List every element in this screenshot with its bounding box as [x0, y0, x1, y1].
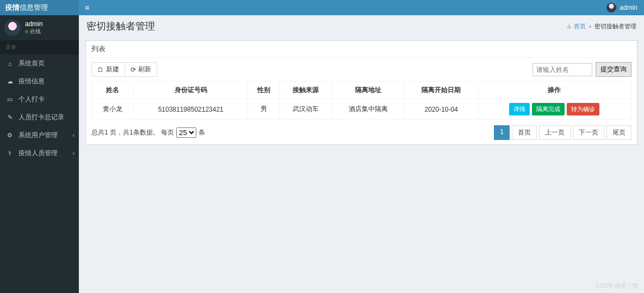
- refresh-icon: ⟳: [131, 66, 136, 74]
- nav-icon: ✎: [5, 114, 14, 121]
- nav-icon: ☁: [5, 78, 14, 85]
- user-name: admin: [25, 20, 43, 28]
- sidebar: admin 在线 菜单 ⌂系统首页☁疫情信息▭个人打卡✎人员打卡总记录⚙系统用户…: [0, 15, 79, 293]
- nav-label: 疫情信息: [18, 77, 45, 86]
- nav-label: 个人打卡: [18, 95, 45, 104]
- col-header: 隔离开始日期: [405, 82, 478, 99]
- nav-icon: ⚙: [5, 132, 14, 139]
- menu-header: 菜单: [0, 40, 79, 54]
- nav-label: 系统用户管理: [18, 131, 58, 140]
- list-box: 列表 🗋新建 ⟳刷新 提交查询 姓名身份证号码性别接触来: [85, 40, 637, 145]
- col-header: 隔离地址: [332, 82, 405, 99]
- chevron-left-icon: ‹: [73, 150, 75, 156]
- user-panel: admin 在线: [0, 15, 79, 40]
- page-next[interactable]: 下一页: [573, 125, 604, 140]
- new-button[interactable]: 🗋新建: [91, 62, 125, 77]
- top-user-menu[interactable]: admin: [606, 3, 644, 13]
- nav-icon: ▭: [5, 96, 14, 103]
- refresh-button[interactable]: ⟳刷新: [125, 62, 157, 77]
- box-title: 列表: [86, 41, 637, 58]
- file-icon: 🗋: [97, 66, 104, 74]
- nav-item-1[interactable]: ☁疫情信息: [0, 72, 79, 90]
- col-header: 操作: [478, 82, 631, 99]
- col-header: 身份证号码: [134, 82, 248, 99]
- page-current[interactable]: 1: [494, 125, 510, 140]
- page-size-select[interactable]: 25: [176, 127, 196, 138]
- avatar-icon: [4, 20, 21, 36]
- search-submit-button[interactable]: 提交查询: [596, 62, 631, 77]
- chevron-left-icon: ‹: [73, 132, 75, 138]
- nav-label: 疫情人员管理: [18, 149, 58, 158]
- nav-item-3[interactable]: ✎人员打卡总记录: [0, 108, 79, 126]
- nav: ⌂系统首页☁疫情信息▭个人打卡✎人员打卡总记录⚙系统用户管理‹⚕疫情人员管理‹: [0, 54, 79, 162]
- nav-item-5[interactable]: ⚕疫情人员管理‹: [0, 144, 79, 162]
- page-header: 密切接触者管理 ⌂ 首页 › 密切接触者管理: [79, 15, 644, 37]
- nav-item-4[interactable]: ⚙系统用户管理‹: [0, 126, 79, 144]
- topbar: 疫情信息管理 ≡ admin: [0, 0, 644, 15]
- home-icon: ⌂: [567, 23, 571, 29]
- user-status: 在线: [25, 28, 43, 35]
- nav-item-0[interactable]: ⌂系统首页: [0, 54, 79, 72]
- pager: 总共1 页，共1条数据。 每页 25 条 1 首页 上一页 下一页 尾页: [91, 125, 631, 140]
- page-title: 密切接触者管理: [86, 20, 155, 33]
- brand[interactable]: 疫情信息管理: [0, 0, 79, 15]
- col-header: 姓名: [92, 82, 134, 99]
- nav-icon: ⌂: [5, 60, 14, 67]
- page-prev[interactable]: 上一页: [539, 125, 571, 140]
- table-row: 黄小龙510381198502123421男武汉动车酒店集中隔离2020-10-…: [92, 99, 631, 120]
- watermark: CSDN @若→晗: [596, 282, 639, 290]
- toolbar: 🗋新建 ⟳刷新 提交查询: [91, 62, 631, 77]
- nav-label: 系统首页: [18, 59, 45, 68]
- data-table: 姓名身份证号码性别接触来源隔离地址隔离开始日期操作 黄小龙51038119850…: [91, 81, 631, 120]
- menu-toggle-icon[interactable]: ≡: [79, 3, 95, 12]
- col-header: 接触来源: [280, 82, 332, 99]
- nav-label: 人员打卡总记录: [18, 113, 64, 122]
- breadcrumb-current: 密切接触者管理: [595, 22, 636, 30]
- breadcrumb-home[interactable]: 首页: [574, 22, 586, 30]
- nav-icon: ⚕: [5, 150, 14, 157]
- complete-button[interactable]: 隔离完成: [532, 103, 565, 115]
- top-user-name: admin: [620, 4, 637, 11]
- nav-item-2[interactable]: ▭个人打卡: [0, 90, 79, 108]
- detail-button[interactable]: 详情: [509, 103, 530, 115]
- col-header: 性别: [248, 82, 280, 99]
- page-first[interactable]: 首页: [512, 125, 537, 140]
- search-input[interactable]: [532, 63, 592, 76]
- page-last[interactable]: 尾页: [606, 125, 631, 140]
- breadcrumb: ⌂ 首页 › 密切接触者管理: [567, 22, 636, 30]
- main: 密切接触者管理 ⌂ 首页 › 密切接触者管理 列表 🗋新建 ⟳刷新: [79, 15, 644, 293]
- convert-button[interactable]: 转为确诊: [567, 103, 599, 115]
- avatar-icon: [606, 3, 616, 13]
